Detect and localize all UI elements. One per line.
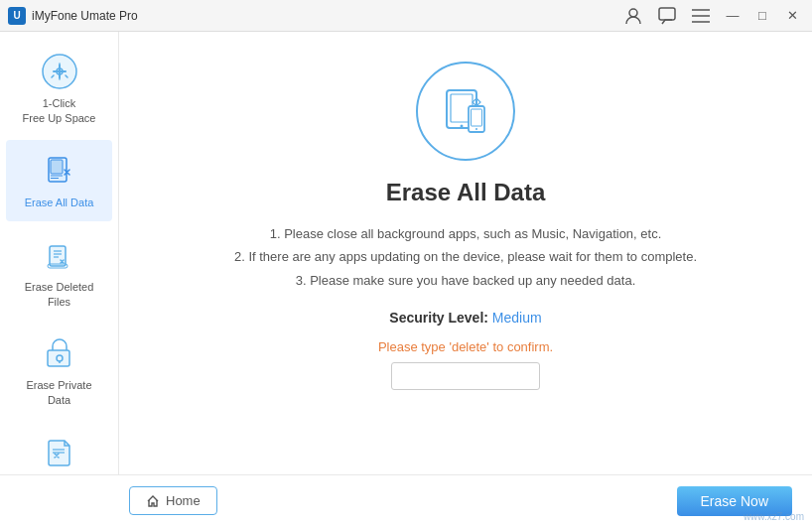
- security-level: Security Level: Medium: [389, 310, 541, 326]
- content-title: Erase All Data: [386, 179, 546, 206]
- confirm-text: Please type 'delete' to confirm.: [378, 339, 553, 354]
- sidebar: 1-ClickFree Up Space Erase All Data: [0, 32, 119, 526]
- svg-rect-17: [48, 350, 69, 366]
- free-up-space-icon: [38, 53, 81, 90]
- security-label: Security Level:: [389, 310, 492, 326]
- menu-icon-button[interactable]: [687, 2, 715, 30]
- confirm-input[interactable]: [391, 362, 540, 390]
- erase-deleted-files-label: Erase Deleted Files: [14, 280, 104, 309]
- chat-icon-button[interactable]: [653, 2, 681, 30]
- erase-private-fragments-icon: [38, 433, 81, 470]
- app-title: iMyFone Umate Pro: [32, 9, 619, 23]
- home-icon: [146, 494, 160, 508]
- security-value-link[interactable]: Medium: [492, 310, 542, 326]
- svg-point-0: [629, 9, 637, 17]
- minimize-button[interactable]: —: [721, 4, 744, 28]
- content-icon-circle: [416, 62, 515, 161]
- sidebar-item-erase-private-data[interactable]: Erase Private Data: [6, 324, 112, 418]
- erase-now-button[interactable]: Erase Now: [677, 486, 792, 516]
- home-button[interactable]: Home: [129, 486, 217, 515]
- maximize-button[interactable]: □: [750, 4, 774, 28]
- svg-point-24: [461, 125, 464, 128]
- titlebar: U iMyFone Umate Pro — □ ✕: [0, 0, 812, 32]
- erase-all-data-label: Erase All Data: [25, 196, 94, 209]
- content-instructions: 1. Please close all background apps, suc…: [234, 222, 697, 292]
- close-button[interactable]: ✕: [780, 4, 804, 28]
- confirm-keyword: delete: [452, 339, 486, 354]
- sidebar-item-free-up-space[interactable]: 1-ClickFree Up Space: [6, 42, 112, 136]
- confirm-suffix: ' to confirm.: [486, 339, 553, 354]
- main-content: Erase All Data 1. Please close all backg…: [119, 32, 812, 526]
- svg-rect-8: [51, 160, 63, 174]
- instruction-1: 1. Please close all background apps, suc…: [234, 222, 697, 245]
- home-button-label: Home: [166, 493, 201, 508]
- free-up-space-label: 1-ClickFree Up Space: [23, 96, 96, 125]
- instruction-3: 3. Please make sure you have backed up a…: [234, 269, 697, 292]
- erase-button-label: Erase Now: [701, 493, 768, 509]
- erase-deleted-files-icon: [38, 236, 81, 274]
- erase-private-data-label: Erase Private Data: [14, 378, 104, 407]
- titlebar-controls: — □ ✕: [619, 2, 804, 30]
- erase-private-data-icon: [38, 334, 81, 372]
- confirm-prefix: Please type ': [378, 339, 452, 354]
- svg-point-27: [475, 128, 477, 130]
- sidebar-item-erase-all-data[interactable]: Erase All Data: [6, 140, 112, 221]
- instruction-2: 2. If there are any apps updating on the…: [234, 245, 697, 268]
- sidebar-item-erase-deleted-files[interactable]: Erase Deleted Files: [6, 225, 112, 320]
- account-icon-button[interactable]: [619, 2, 647, 30]
- erase-all-data-icon: [38, 152, 81, 190]
- app-container: 1-ClickFree Up Space Erase All Data: [0, 32, 812, 526]
- app-logo: U: [8, 7, 26, 25]
- footer: Home Erase Now: [0, 474, 812, 526]
- svg-rect-1: [659, 8, 675, 20]
